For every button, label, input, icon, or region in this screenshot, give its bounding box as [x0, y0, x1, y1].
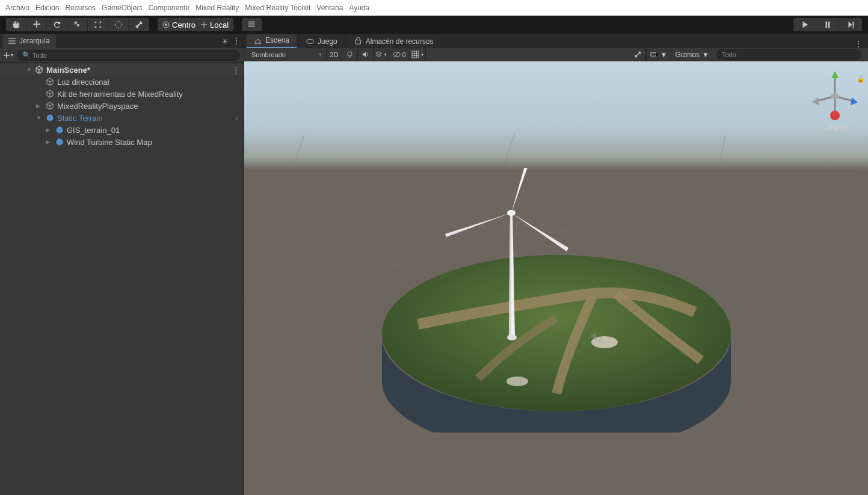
arrow-icon[interactable]: ▶ [46, 127, 52, 133]
speaker-icon [362, 51, 369, 58]
pivot-mode-button[interactable]: Centro Local [158, 18, 233, 31]
grid-snap-icon [248, 20, 256, 29]
grid-toggle-button[interactable]: ▼ [410, 49, 426, 61]
camera-projection-label[interactable]: ◁Persp [808, 123, 862, 132]
hidden-objects-indicator[interactable]: 0 [389, 51, 410, 58]
audio-toggle-button[interactable] [358, 49, 374, 61]
app-root: Archivo Edición Recursos GameObject Comp… [0, 0, 868, 495]
menu-item[interactable]: Mixed Reality [192, 4, 242, 12]
play-icon [801, 20, 809, 29]
pivot-icon [162, 21, 170, 28]
effects-toggle-button[interactable]: ▼ [374, 49, 389, 61]
hierarchy-item-label: Kit de herramientas de MixedReality [57, 90, 183, 99]
hierarchy-item[interactable]: ▼Static Terrain› [0, 112, 244, 124]
svg-point-2 [165, 23, 167, 26]
hierarchy-item-label: GIS_terrain_01 [67, 126, 120, 135]
pivot-space-label: Local [210, 20, 229, 29]
step-icon [846, 20, 855, 29]
2d-toggle-button[interactable]: 2D [327, 49, 342, 61]
pivot-mode-label: Centro [172, 20, 195, 29]
shading-dropdown[interactable]: Sombreado ▼ [248, 49, 327, 61]
workspace: Jerarquía ⚹ ⋮ ▾ 🔍 Todo ▼ [0, 34, 868, 495]
camera-icon [650, 51, 658, 58]
rect-icon [94, 20, 102, 29]
chevron-down-icon: ▼ [420, 53, 424, 57]
move-tool-button[interactable] [26, 18, 47, 31]
menu-item[interactable]: Edición [32, 4, 62, 12]
menu-item[interactable]: Archivo [2, 4, 32, 12]
snap-button[interactable] [242, 18, 262, 31]
lock-icon[interactable]: 🔓 [857, 75, 865, 83]
chevron-down-icon: ▼ [660, 51, 668, 59]
hierarchy-item[interactable]: ▶GIS_terrain_01 [0, 124, 244, 136]
rotate-icon [53, 20, 61, 29]
hierarchy-item[interactable]: ▶Wind Turbine Static Map [0, 136, 244, 148]
lighting-toggle-button[interactable] [342, 49, 358, 61]
search-placeholder: Todo [722, 51, 736, 58]
add-object-button[interactable]: ▾ [4, 52, 13, 58]
camera-dropdown[interactable]: ▼ [646, 49, 671, 61]
rotate-tool-button[interactable] [47, 18, 67, 31]
scene-search-input[interactable]: Todo [716, 49, 861, 60]
hierarchy-search-input[interactable]: 🔍 Todo [17, 50, 240, 61]
menu-item[interactable]: GameObject [99, 4, 145, 12]
kebab-icon[interactable]: ⋮ [232, 66, 240, 75]
pause-icon [823, 20, 832, 29]
scene-label: MainScene* [46, 66, 90, 75]
transform-tool-button[interactable] [108, 18, 129, 31]
menu-item[interactable]: Ayuda [346, 4, 372, 12]
2d-label: 2D [330, 51, 338, 58]
play-button[interactable] [793, 18, 816, 31]
lock-icon[interactable]: ⚹ [222, 37, 228, 45]
menu-item[interactable]: Componente [145, 4, 192, 12]
svg-rect-3 [307, 40, 313, 44]
menu-item[interactable]: Mixed Reality Toolkit [242, 4, 313, 12]
hand-tool-button[interactable] [6, 18, 26, 31]
kebab-icon[interactable]: ⋮ [855, 40, 868, 48]
wrench-icon [634, 51, 642, 58]
tab-asset-store[interactable]: Almacén de recursos [347, 34, 441, 48]
layers-icon [375, 51, 383, 58]
arrow-icon[interactable]: ▼ [36, 115, 42, 121]
grid-icon [411, 51, 419, 58]
scene-toolbar-right: ▼ Gizmos▼ Todo [630, 49, 864, 61]
hierarchy-item-label: Static Terrain [57, 114, 103, 123]
tab-scene[interactable]: Escena [247, 34, 297, 48]
scene-toolbar: Sombreado ▼ 2D ▼ 0 ▼ ▼ Gizmos▼ Todo [244, 48, 868, 61]
tools-dropdown-button[interactable] [630, 49, 646, 61]
gizmos-label: Gizmos [675, 51, 700, 59]
hierarchy-item[interactable]: Kit de herramientas de MixedReality [0, 88, 244, 100]
pause-button[interactable] [816, 18, 839, 31]
kebab-icon[interactable]: ⋮ [233, 37, 240, 45]
rect-tool-button[interactable] [88, 18, 108, 31]
chevron-right-icon[interactable]: › [236, 115, 238, 121]
hierarchy-tab-label: Jerarquía [19, 37, 50, 45]
hand-icon [12, 20, 20, 29]
gizmos-dropdown[interactable]: Gizmos▼ [671, 49, 713, 61]
hierarchy-panel: Jerarquía ⚹ ⋮ ▾ 🔍 Todo ▼ [0, 34, 244, 495]
tab-game[interactable]: Juego [299, 34, 345, 48]
hierarchy-list: ▼ MainScene* ⋮ Luz direccionalKit de her… [0, 63, 244, 495]
plus-icon [4, 52, 10, 58]
hierarchy-item[interactable]: ▶MixedRealityPlayspace [0, 100, 244, 112]
arrow-icon[interactable]: ▼ [26, 67, 32, 73]
hierarchy-item[interactable]: Luz direccional [0, 76, 244, 88]
step-button[interactable] [839, 18, 862, 31]
scene-viewport[interactable]: x 🔓 ◁Persp [244, 61, 868, 495]
terrain-object [358, 168, 755, 432]
chevron-down-icon: ▼ [702, 51, 709, 59]
custom-tool-button[interactable] [129, 18, 149, 31]
svg-point-22 [831, 93, 839, 99]
transform-tool-group [6, 18, 149, 31]
menu-item[interactable]: Ventana [313, 4, 346, 12]
tab-label: Escena [265, 36, 289, 45]
arrow-icon[interactable]: ▶ [36, 103, 42, 109]
hidden-count-value: 0 [402, 51, 406, 58]
scale-tool-button[interactable] [67, 18, 88, 31]
hierarchy-tab[interactable]: Jerarquía [2, 34, 56, 48]
arrow-icon[interactable]: ▶ [46, 139, 52, 145]
menu-item[interactable]: Recursos [62, 4, 99, 12]
tools-icon [135, 20, 143, 29]
search-placeholder: Todo [32, 52, 47, 59]
scene-root-row[interactable]: ▼ MainScene* ⋮ [0, 64, 244, 76]
